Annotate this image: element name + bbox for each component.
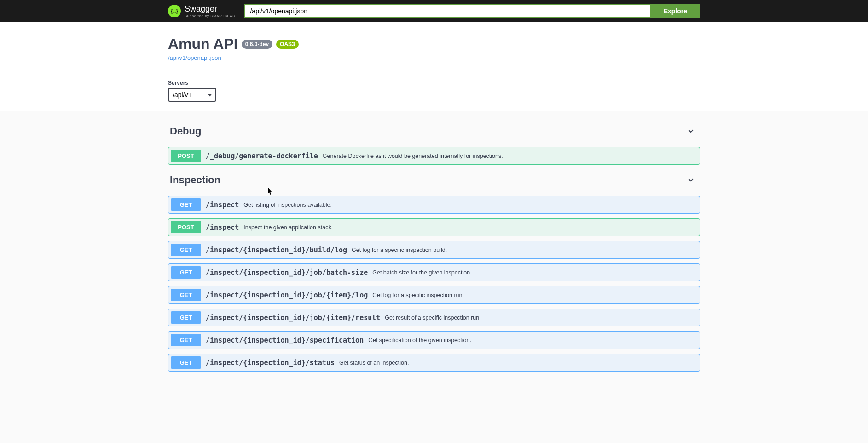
spec-link[interactable]: /api/v1/openapi.json (168, 54, 700, 61)
swagger-logo-subtext: Supported by SMARTBEAR (185, 14, 235, 18)
operation-desc: Get status of an inspection. (339, 360, 409, 366)
operation-row[interactable]: GET /inspect/{inspection_id}/status Get … (168, 354, 700, 372)
operation-desc: Get result of a specific inspection run. (385, 315, 480, 321)
tag-section-debug: Debug POST /_debug/generate-dockerfile G… (168, 121, 700, 165)
spec-url-input[interactable] (244, 4, 650, 18)
explore-button[interactable]: Explore (651, 4, 700, 18)
method-badge: GET (171, 244, 201, 256)
swagger-logo-text: Swagger (185, 4, 235, 14)
operation-path: /inspect (206, 201, 239, 209)
operation-path: /inspect/{inspection_id}/job/batch-size (206, 268, 368, 277)
version-badge: 0.6.0-dev (242, 40, 272, 49)
operation-desc: Get log for a specific inspection build. (352, 247, 447, 253)
operation-desc: Get batch size for the given inspection. (372, 269, 471, 276)
operation-row[interactable]: GET /inspect/{inspection_id}/job/{item}/… (168, 309, 700, 326)
method-badge: GET (171, 289, 201, 301)
operation-row[interactable]: POST /inspect Inspect the given applicat… (168, 218, 700, 236)
info-section: Amun API 0.6.0-dev OAS3 /api/v1/openapi.… (168, 22, 700, 70)
operation-path: /inspect/{inspection_id}/status (206, 359, 335, 367)
operation-desc: Get specification of the given inspectio… (368, 337, 471, 344)
operation-path: /inspect/{inspection_id}/job/{item}/log (206, 291, 368, 299)
tag-header-debug[interactable]: Debug (168, 121, 700, 142)
chevron-down-icon (686, 127, 695, 136)
operation-desc: Generate Dockerfile as it would be gener… (323, 153, 503, 159)
operation-desc: Get listing of inspections available. (243, 202, 332, 208)
tag-section-inspection: Inspection GET /inspect Get listing of i… (168, 169, 700, 372)
servers-section: Servers /api/v1 (168, 70, 700, 111)
swagger-logo[interactable]: {..} Swagger Supported by SMARTBEAR (168, 4, 235, 18)
operation-row[interactable]: GET /inspect/{inspection_id}/job/batch-s… (168, 263, 700, 281)
operation-row[interactable]: GET /inspect/{inspection_id}/specificati… (168, 331, 700, 349)
tag-name: Inspection (170, 174, 220, 186)
operation-row[interactable]: GET /inspect/{inspection_id}/build/log G… (168, 241, 700, 259)
operations-content: Debug POST /_debug/generate-dockerfile G… (168, 111, 700, 372)
operation-desc: Get log for a specific inspection run. (372, 292, 464, 298)
method-badge: POST (171, 221, 201, 233)
operation-row[interactable]: POST /_debug/generate-dockerfile Generat… (168, 147, 700, 165)
oas-badge: OAS3 (276, 40, 299, 49)
tag-name: Debug (170, 125, 201, 137)
servers-select[interactable]: /api/v1 (168, 88, 216, 102)
chevron-down-icon (686, 175, 695, 185)
operation-path: /inspect/{inspection_id}/build/log (206, 246, 347, 254)
operation-path: /inspect/{inspection_id}/job/{item}/resu… (206, 314, 380, 322)
operation-row[interactable]: GET /inspect/{inspection_id}/job/{item}/… (168, 286, 700, 304)
servers-label: Servers (168, 80, 700, 86)
operation-desc: Inspect the given application stack. (243, 224, 333, 231)
operation-path: /inspect/{inspection_id}/specification (206, 336, 364, 344)
operation-path: /_debug/generate-dockerfile (206, 152, 318, 160)
topbar: {..} Swagger Supported by SMARTBEAR Expl… (0, 0, 868, 22)
method-badge: POST (171, 150, 201, 162)
method-badge: GET (171, 311, 201, 324)
operation-path: /inspect (206, 223, 239, 232)
method-badge: GET (171, 198, 201, 211)
method-badge: GET (171, 266, 201, 279)
operation-row[interactable]: GET /inspect Get listing of inspections … (168, 196, 700, 214)
method-badge: GET (171, 334, 201, 346)
method-badge: GET (171, 356, 201, 369)
swagger-logo-icon: {..} (168, 5, 181, 17)
api-title: Amun API (168, 35, 238, 52)
tag-header-inspection[interactable]: Inspection (168, 169, 700, 191)
